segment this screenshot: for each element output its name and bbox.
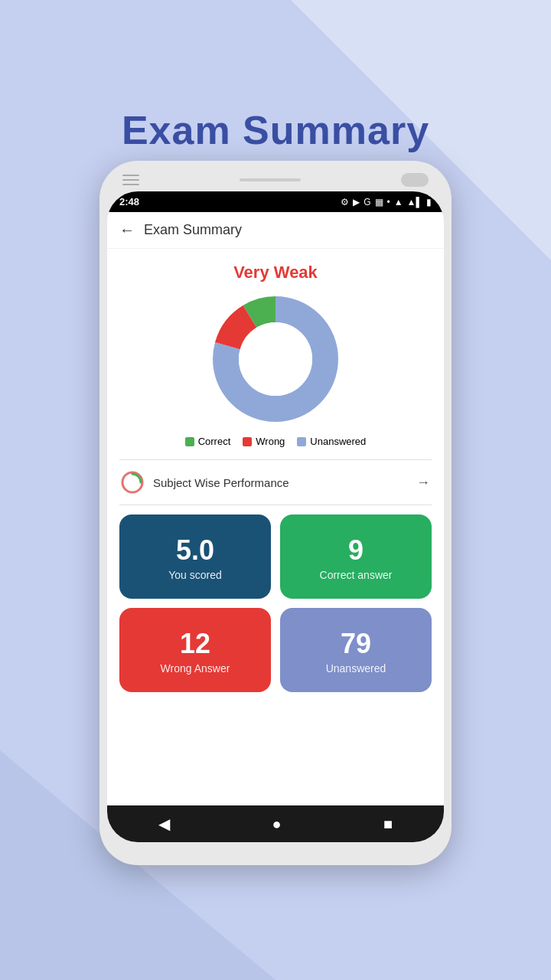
unanswered-label: Unanswered <box>310 436 366 447</box>
content-area: Very Weak Correct <box>107 249 444 805</box>
correct-value: 9 <box>348 535 364 566</box>
stat-card-correct: 9 Correct answer <box>280 514 432 599</box>
score-value: 5.0 <box>176 535 214 566</box>
subject-wise-arrow[interactable]: → <box>416 475 430 491</box>
legend-unanswered: Unanswered <box>297 436 366 447</box>
svg-point-3 <box>239 322 312 396</box>
unanswered-value: 79 <box>341 629 371 659</box>
legend-wrong: Wrong <box>243 436 285 447</box>
subject-wise-icon <box>121 471 144 494</box>
stat-card-score: 5.0 You scored <box>119 514 271 599</box>
stat-card-wrong: 12 Wrong Answer <box>119 608 271 692</box>
subject-wise-left: Subject Wise Performance <box>121 471 289 494</box>
mail-icon: ▦ <box>375 197 383 207</box>
hamburger-icon <box>122 175 139 185</box>
stat-card-unanswered: 79 Unanswered <box>280 608 432 692</box>
nav-bar: ◀ ● ■ <box>107 805 444 842</box>
back-button[interactable]: ← <box>119 221 135 239</box>
correct-answer-label: Correct answer <box>320 569 393 581</box>
unanswered-dot <box>297 437 306 446</box>
subject-wise-row[interactable]: Subject Wise Performance → <box>107 460 444 505</box>
status-time: 2:48 <box>119 196 139 207</box>
stats-grid: 5.0 You scored 9 Correct answer 12 Wrong… <box>107 505 444 701</box>
app-bar: ← Exam Summary <box>107 212 444 249</box>
nav-back-button[interactable]: ◀ <box>152 808 176 839</box>
wrong-value: 12 <box>180 629 210 659</box>
wrong-label: Wrong <box>256 436 285 447</box>
wrong-answer-label: Wrong Answer <box>161 662 230 675</box>
status-icons: ⚙ ▶ G ▦ • ▲ ▲▌ ▮ <box>341 197 432 207</box>
chart-legend: Correct Wrong Unanswered <box>107 436 444 447</box>
correct-label: Correct <box>198 436 231 447</box>
svg-point-4 <box>122 472 142 492</box>
unanswered-stat-label: Unanswered <box>326 662 386 675</box>
google-icon: G <box>364 197 370 207</box>
phone-screen: 2:48 ⚙ ▶ G ▦ • ▲ ▲▌ ▮ ← Exam Summary Ver… <box>107 191 444 842</box>
status-bar: 2:48 ⚙ ▶ G ▦ • ▲ ▲▌ ▮ <box>107 191 444 212</box>
battery-icon: ▮ <box>426 197 432 207</box>
play-icon: ▶ <box>353 197 360 207</box>
weakness-label: Very Weak <box>107 263 444 283</box>
wifi-icon: ▲ <box>394 197 403 207</box>
wrong-dot <box>243 437 252 446</box>
signal-icon: ▲▌ <box>407 197 422 207</box>
subject-wise-text: Subject Wise Performance <box>153 476 289 489</box>
phone-decorative-bar <box>107 168 444 191</box>
page-title: Exam Summary <box>0 107 551 153</box>
power-button-icon <box>401 173 429 187</box>
donut-chart <box>207 290 344 428</box>
notch-bar <box>240 178 301 181</box>
app-bar-title: Exam Summary <box>144 222 242 238</box>
donut-chart-container <box>107 283 444 428</box>
phone-frame: 2:48 ⚙ ▶ G ▦ • ▲ ▲▌ ▮ ← Exam Summary Ver… <box>99 161 452 865</box>
dot-icon: • <box>387 197 390 207</box>
nav-recents-button[interactable]: ■ <box>377 809 399 839</box>
legend-correct: Correct <box>185 436 231 447</box>
correct-dot <box>185 437 194 446</box>
nav-home-button[interactable]: ● <box>266 809 287 839</box>
settings-icon: ⚙ <box>341 197 349 207</box>
score-label: You scored <box>168 569 222 581</box>
